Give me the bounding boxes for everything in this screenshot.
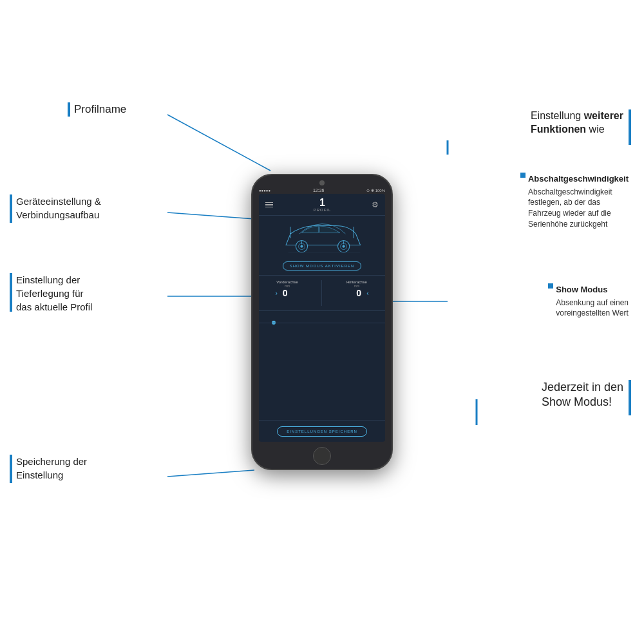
show-modus-square xyxy=(548,283,553,289)
phone-top-bar xyxy=(252,175,392,187)
profile-number: 1 xyxy=(314,198,332,208)
jederzeit-line2: Show Modus! xyxy=(542,395,623,410)
show-modus-body2: voreingestellten Wert xyxy=(556,308,629,319)
settings-icon[interactable]: ⚙ xyxy=(372,200,379,209)
speicherung-bar xyxy=(10,455,12,483)
rear-axle-control: 0 ‹ xyxy=(345,288,368,298)
front-axle-control: › 0 xyxy=(275,288,299,298)
front-axle-col: Vorderachse mm › 0 xyxy=(275,280,299,298)
divider-3 xyxy=(259,310,385,311)
jederzeit-bar xyxy=(629,380,631,415)
weitere-funktionen-bar xyxy=(629,109,631,145)
divider-2 xyxy=(259,275,385,276)
icons-display: ⊙ ❋ 100% xyxy=(366,188,385,193)
speicherung-line2: Einstellung xyxy=(16,468,87,482)
divider-4 xyxy=(259,420,385,421)
show-modus-body1: Absenkung auf einen xyxy=(556,298,629,308)
show-modus-title: Show Modus xyxy=(556,283,607,296)
geraet-bar xyxy=(10,194,12,223)
show-modus-button[interactable]: SHOW MODUS AKTIVIEREN xyxy=(283,261,362,270)
car-svg xyxy=(277,220,367,256)
rear-axle-increase[interactable]: ‹ xyxy=(366,290,368,297)
abschalt-body4: Serienhöhe zurückgeht xyxy=(528,219,629,230)
time-display: 12:26 xyxy=(313,188,325,193)
profilname-bar xyxy=(68,102,70,117)
annotation-abschalt: Abschaltgeschwindigkeit Abschaltgeschwin… xyxy=(520,173,629,230)
svg-line-0 xyxy=(167,115,270,171)
signal-indicator: ●●●●● xyxy=(259,189,270,193)
geraet-line1: Geräteeinstellung & xyxy=(16,194,101,208)
page-wrapper: ●●●●● 12:26 ⊙ ❋ 100% 1 PROFIL ⚙ xyxy=(0,0,644,644)
annotation-weitere-funktionen: Einstellung weitererFunktionen wie xyxy=(531,109,631,145)
tieferlegung-line1: Einstellung der xyxy=(16,273,92,287)
adjustment-area xyxy=(259,313,385,332)
geraet-line2: Verbindungsaufbau xyxy=(16,208,101,222)
screen-header: 1 PROFIL ⚙ xyxy=(259,194,385,213)
svg-line-1 xyxy=(167,213,254,219)
annotation-jederzeit: Jederzeit in den Show Modus! xyxy=(542,380,631,415)
svg-point-9 xyxy=(300,245,303,248)
phone-screen: 1 PROFIL ⚙ xyxy=(259,194,385,442)
phone-camera xyxy=(319,180,325,185)
home-button[interactable] xyxy=(313,447,331,465)
save-button[interactable]: EINSTELLUNGEN SPEICHERN xyxy=(277,426,367,437)
abschalt-title: Abschaltgeschwindigkeit xyxy=(528,173,629,185)
abschalt-body1: Abschaltgeschwindigkeit xyxy=(528,187,629,198)
tieferlegung-line2: Tieferlegung für xyxy=(16,287,92,300)
speicherung-line1: Speicherung der xyxy=(16,455,87,468)
profilname-text: Profilname xyxy=(74,102,126,117)
annotation-tieferlegung: Einstellung der Tieferlegung für das akt… xyxy=(10,273,92,314)
axle-section: Vorderachse mm › 0 Hinterachse mm 0 xyxy=(259,278,385,308)
axle-divider xyxy=(321,280,322,306)
annotation-speicherung: Speicherung der Einstellung xyxy=(10,455,87,483)
annotation-profilname: Profilname xyxy=(68,102,126,117)
jederzeit-line1: Jederzeit in den xyxy=(542,380,623,395)
abschalt-square xyxy=(520,173,526,178)
front-axle-value: 0 xyxy=(281,288,289,298)
rear-axle-value: 0 xyxy=(355,288,363,298)
status-bar: ●●●●● 12:26 ⊙ ❋ 100% xyxy=(252,187,392,194)
rear-axle-col: Hinterachse mm 0 ‹ xyxy=(345,280,368,298)
slider-line xyxy=(259,323,385,323)
phone: ●●●●● 12:26 ⊙ ❋ 100% 1 PROFIL ⚙ xyxy=(251,174,393,470)
svg-line-3 xyxy=(167,470,254,477)
abschalt-body3: Fahrzeug wieder auf die xyxy=(528,208,629,219)
svg-point-12 xyxy=(343,245,345,248)
annotation-geraet: Geräteeinstellung & Verbindungsaufbau xyxy=(10,194,101,223)
front-axle-decrease[interactable]: › xyxy=(275,290,277,297)
jederzeit-text: Jederzeit in den Show Modus! xyxy=(542,380,623,410)
annotation-show-modus: Show Modus Absenkung auf einen voreinges… xyxy=(548,283,629,319)
tieferlegung-line3: das aktuelle Profil xyxy=(16,300,92,314)
menu-icon[interactable] xyxy=(265,202,273,208)
weitere-funktionen-text: Einstellung weitererFunktionen wie xyxy=(531,109,623,137)
profile-label: PROFIL xyxy=(314,208,332,212)
divider-1 xyxy=(259,215,385,216)
car-image xyxy=(259,219,385,258)
suspension-right xyxy=(354,227,354,238)
tieferlegung-bar xyxy=(10,273,12,312)
abschalt-body2: festlegen, ab der das xyxy=(528,197,629,208)
